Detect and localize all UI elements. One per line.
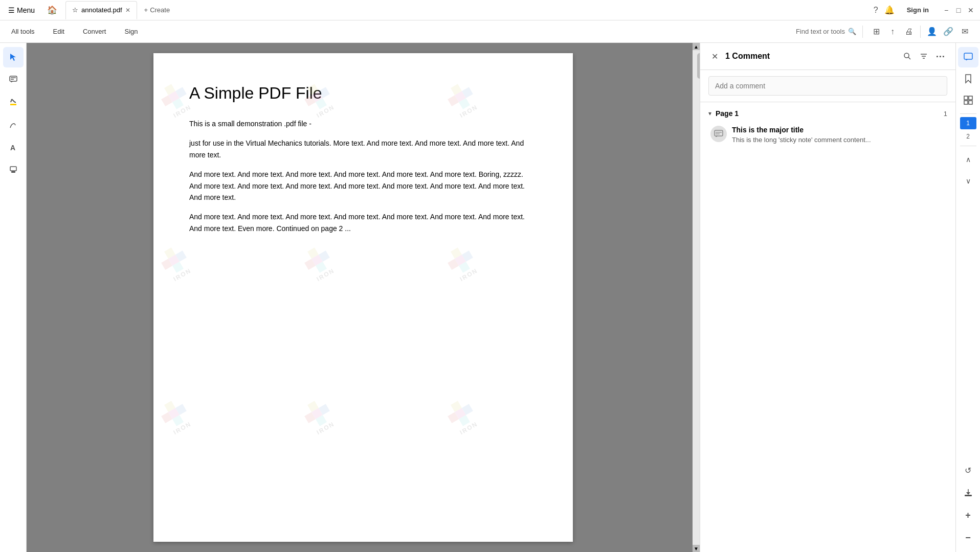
notification-button[interactable]: 🔔 xyxy=(884,5,895,15)
svg-line-6 xyxy=(12,99,15,102)
page-section: ▾ Page 1 1 This is the major title This … xyxy=(700,102,955,153)
pdf-area: IRON IRON IRON xyxy=(27,43,700,552)
comments-header: ✕ 1 Comment ⋯ xyxy=(700,43,955,70)
pdf-page: IRON IRON IRON xyxy=(153,53,573,542)
tab-area: ☆ annotated.pdf ✕ + Create xyxy=(65,1,175,19)
link-icon[interactable]: 🔗 xyxy=(941,25,955,39)
freehand-tool-button[interactable] xyxy=(3,114,24,135)
refresh-button[interactable]: ↺ xyxy=(958,460,978,480)
pdf-tab[interactable]: ☆ annotated.pdf ✕ xyxy=(65,1,137,19)
create-label: Create xyxy=(150,6,170,14)
user-icon[interactable]: 👤 xyxy=(925,25,939,39)
svg-rect-24 xyxy=(964,96,968,100)
toolbar-separator-2 xyxy=(920,26,921,38)
signin-button[interactable]: Sign in xyxy=(901,4,935,16)
text-tool-button[interactable]: A xyxy=(3,137,24,157)
menu-label: Menu xyxy=(17,6,35,14)
comment-content: This is the long 'sticky note' comment c… xyxy=(732,136,945,144)
right-comment-icon[interactable] xyxy=(958,47,978,67)
home-button[interactable]: 🏠 xyxy=(43,3,61,17)
add-comment-input[interactable] xyxy=(708,76,947,96)
svg-rect-1 xyxy=(10,76,17,81)
svg-rect-26 xyxy=(964,101,968,104)
toolbar: All tools Edit Convert Sign Find text or… xyxy=(0,20,980,43)
menu-button[interactable]: ☰ Menu xyxy=(4,4,39,16)
convert-button[interactable]: Convert xyxy=(80,26,109,37)
add-comment-area xyxy=(700,70,955,102)
close-button[interactable]: ✕ xyxy=(966,5,976,15)
pdf-paragraph-1: This is a small demonstration .pdf file … xyxy=(189,118,537,129)
scroll-down-nav[interactable]: ∨ xyxy=(958,171,978,191)
comment-avatar xyxy=(710,126,727,142)
svg-text:A: A xyxy=(10,144,15,152)
page-count: 1 xyxy=(944,110,947,118)
download-button[interactable] xyxy=(958,482,978,503)
svg-line-7 xyxy=(11,99,12,102)
email-icon[interactable]: ✉ xyxy=(957,25,972,39)
pdf-paragraph-4: And more text. And more text. And more t… xyxy=(189,211,537,234)
maximize-button[interactable]: □ xyxy=(953,5,964,15)
page-number-2[interactable]: 2 xyxy=(960,130,976,143)
comment-body: This is the major title This is the long… xyxy=(732,126,945,144)
upload-icon[interactable]: ↑ xyxy=(885,25,900,39)
stamp-tool-button[interactable] xyxy=(3,159,24,180)
comment-tool-button[interactable] xyxy=(3,70,24,90)
right-grid-icon[interactable] xyxy=(958,90,978,110)
svg-rect-5 xyxy=(10,104,16,105)
pdf-paragraph-3: And more text. And more text. And more t… xyxy=(189,169,537,203)
menu-icon: ☰ xyxy=(8,6,15,14)
scroll-thumb[interactable] xyxy=(697,53,700,79)
right-separator xyxy=(960,113,976,114)
right-bookmark-icon[interactable] xyxy=(958,68,978,89)
svg-marker-23 xyxy=(966,75,971,83)
comments-filter-button[interactable] xyxy=(917,49,931,63)
svg-rect-28 xyxy=(965,495,972,496)
pdf-title: A Simple PDF File xyxy=(189,84,537,103)
main-area: A xyxy=(0,43,980,552)
help-button[interactable]: ? xyxy=(874,6,878,15)
page-header[interactable]: ▾ Page 1 1 xyxy=(708,106,947,121)
comment-title: This is the major title xyxy=(732,126,945,134)
find-box[interactable]: Find text or tools 🔍 xyxy=(796,28,856,35)
comments-search-button[interactable] xyxy=(900,49,915,63)
minimize-button[interactable]: − xyxy=(941,5,951,15)
pdf-scroll[interactable]: IRON IRON IRON xyxy=(27,43,700,552)
comments-panel: ✕ 1 Comment ⋯ ▾ Page 1 1 xyxy=(700,43,955,552)
pdf-paragraph-2: just for use in the Virtual Mechanics tu… xyxy=(189,137,537,160)
comments-close-button[interactable]: ✕ xyxy=(708,51,721,62)
title-bar-left: ☰ Menu 🏠 ☆ annotated.pdf ✕ + Create xyxy=(4,1,870,19)
sign-button[interactable]: Sign xyxy=(121,26,141,37)
tab-label: annotated.pdf xyxy=(81,6,122,14)
all-tools-button[interactable]: All tools xyxy=(8,26,38,37)
tab-close-button[interactable]: ✕ xyxy=(125,7,130,14)
comment-item: This is the major title This is the long… xyxy=(708,121,947,149)
find-text: Find text or tools xyxy=(796,28,845,35)
zoom-in-button[interactable]: + xyxy=(958,505,978,525)
scroll-up-nav[interactable]: ∧ xyxy=(958,149,978,170)
create-button[interactable]: + Create xyxy=(139,4,175,16)
page-chevron-icon: ▾ xyxy=(708,110,711,117)
right-bottom-controls: ↺ + − xyxy=(958,460,978,548)
zoom-out-button[interactable]: − xyxy=(958,527,978,548)
svg-marker-30 xyxy=(966,492,970,495)
svg-rect-11 xyxy=(11,171,15,173)
tab-star-icon: ☆ xyxy=(72,6,78,14)
scroll-up-button[interactable]: ▲ xyxy=(693,43,700,50)
select-tool-button[interactable] xyxy=(3,47,24,67)
scroll-down-button[interactable]: ▼ xyxy=(693,545,700,552)
svg-marker-0 xyxy=(10,54,16,61)
page-number-1[interactable]: 1 xyxy=(960,117,976,129)
print-icon[interactable]: 🖨 xyxy=(902,25,916,39)
svg-rect-21 xyxy=(964,53,972,59)
right-separator-2 xyxy=(960,146,976,146)
grid-view-icon[interactable]: ⊞ xyxy=(869,25,883,39)
search-icon: 🔍 xyxy=(848,28,856,35)
pdf-scrollbar[interactable]: ▲ ▼ xyxy=(693,43,700,552)
title-bar: ☰ Menu 🏠 ☆ annotated.pdf ✕ + Create ? 🔔 … xyxy=(0,0,980,20)
comments-more-button[interactable]: ⋯ xyxy=(933,49,947,63)
title-bar-right: ? 🔔 Sign in − □ ✕ xyxy=(874,4,976,16)
highlight-tool-button[interactable] xyxy=(3,92,24,112)
toolbar-right: Find text or tools 🔍 ⊞ ↑ 🖨 👤 🔗 ✉ xyxy=(796,25,972,39)
svg-rect-10 xyxy=(10,167,16,171)
edit-button[interactable]: Edit xyxy=(50,26,68,37)
